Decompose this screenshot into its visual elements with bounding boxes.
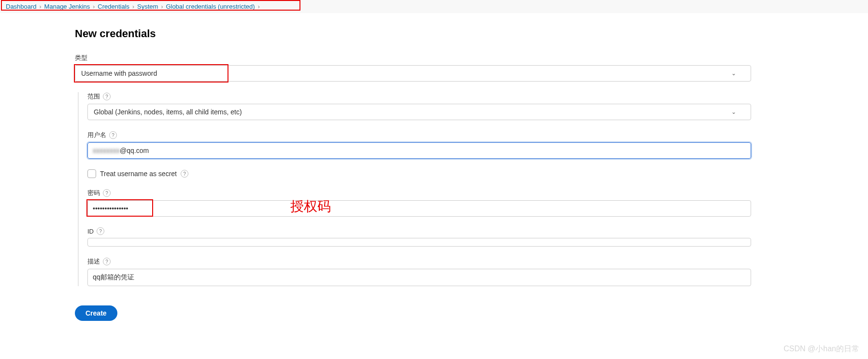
help-icon[interactable]: ?: [97, 227, 104, 235]
label-password: 密码: [87, 189, 100, 197]
breadcrumb-manage-jenkins[interactable]: Manage Jenkins: [44, 3, 90, 10]
password-value: •••••••••••••••: [93, 205, 128, 212]
label-scope: 范围: [87, 92, 100, 101]
create-button[interactable]: Create: [75, 305, 117, 321]
label-id: ID: [87, 228, 94, 235]
label-username: 用户名: [87, 131, 106, 139]
breadcrumb: Dashboard › Manage Jenkins › Credentials…: [0, 0, 868, 13]
label-type: 类型: [75, 54, 751, 62]
id-input[interactable]: [87, 238, 751, 247]
label-type-text: 类型: [75, 54, 87, 62]
breadcrumb-credentials[interactable]: Credentials: [98, 3, 129, 10]
help-icon[interactable]: ?: [103, 93, 111, 100]
username-redacted-part: xxxxxxxx: [93, 147, 120, 154]
chevron-right-icon: ›: [161, 3, 163, 10]
type-select[interactable]: Username with password ⌄: [75, 65, 751, 82]
chevron-down-icon: ⌄: [731, 70, 736, 77]
username-suffix: @qq.com: [120, 147, 149, 154]
label-treat-secret: Treat username as secret: [100, 170, 177, 178]
page-title: New credentials: [75, 28, 751, 40]
chevron-right-icon: ›: [40, 3, 42, 10]
chevron-right-icon: ›: [258, 3, 260, 10]
description-input[interactable]: qq邮箱的凭证: [87, 269, 751, 286]
help-icon[interactable]: ?: [103, 189, 111, 197]
breadcrumb-dashboard[interactable]: Dashboard: [6, 3, 37, 10]
scope-select-value: Global (Jenkins, nodes, items, all child…: [94, 108, 242, 116]
chevron-right-icon: ›: [132, 3, 134, 10]
chevron-right-icon: ›: [93, 3, 95, 10]
username-input[interactable]: xxxxxxxx@qq.com: [87, 142, 751, 159]
password-input[interactable]: •••••••••••••••: [87, 200, 751, 217]
chevron-down-icon: ⌄: [731, 109, 736, 115]
treat-username-as-secret-checkbox[interactable]: [87, 169, 96, 178]
breadcrumb-global-credentials[interactable]: Global credentials (unrestricted): [166, 3, 255, 10]
breadcrumb-system[interactable]: System: [137, 3, 158, 10]
type-select-value: Username with password: [81, 69, 157, 77]
scope-select[interactable]: Global (Jenkins, nodes, items, all child…: [87, 104, 751, 120]
help-icon[interactable]: ?: [181, 170, 188, 178]
label-description: 描述: [87, 257, 100, 266]
credential-fields: 范围 ? Global (Jenkins, nodes, items, all …: [78, 92, 751, 286]
help-icon[interactable]: ?: [109, 131, 117, 139]
help-icon[interactable]: ?: [103, 258, 111, 265]
description-value: qq邮箱的凭证: [93, 273, 134, 281]
page-content: New credentials 类型 Username with passwor…: [75, 13, 751, 321]
